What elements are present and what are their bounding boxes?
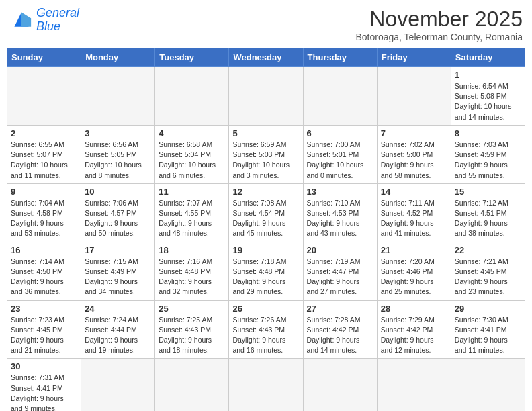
weekday-header-friday: Friday	[377, 48, 451, 67]
week-row-3: 9Sunrise: 7:04 AM Sunset: 4:58 PM Daylig…	[7, 183, 525, 242]
day-number: 1	[455, 70, 521, 80]
calendar-cell: 26Sunrise: 7:26 AM Sunset: 4:43 PM Dayli…	[229, 300, 303, 359]
logo: General Blue	[9, 7, 79, 34]
day-number: 12	[232, 187, 299, 197]
calendar-cell	[81, 359, 155, 411]
day-number: 13	[307, 187, 373, 197]
week-row-5: 23Sunrise: 7:23 AM Sunset: 4:45 PM Dayli…	[7, 300, 525, 359]
day-info: Sunrise: 6:56 AM Sunset: 5:05 PM Dayligh…	[85, 140, 151, 181]
day-info: Sunrise: 7:07 AM Sunset: 4:55 PM Dayligh…	[159, 198, 225, 239]
calendar-cell: 3Sunrise: 6:56 AM Sunset: 5:05 PM Daylig…	[81, 125, 155, 183]
day-number: 15	[455, 187, 521, 197]
calendar-cell	[155, 359, 229, 411]
day-number: 16	[11, 245, 77, 255]
day-info: Sunrise: 7:00 AM Sunset: 5:01 PM Dayligh…	[307, 140, 373, 181]
day-info: Sunrise: 7:02 AM Sunset: 5:00 PM Dayligh…	[381, 140, 447, 181]
calendar-cell: 19Sunrise: 7:18 AM Sunset: 4:48 PM Dayli…	[229, 242, 303, 300]
day-number: 27	[307, 304, 373, 314]
calendar-cell: 6Sunrise: 7:00 AM Sunset: 5:01 PM Daylig…	[303, 125, 377, 183]
weekday-header-monday: Monday	[81, 48, 155, 67]
day-number: 25	[159, 304, 225, 314]
calendar-cell: 8Sunrise: 7:03 AM Sunset: 4:59 PM Daylig…	[451, 125, 525, 183]
day-number: 20	[307, 245, 373, 255]
calendar-cell: 5Sunrise: 6:59 AM Sunset: 5:03 PM Daylig…	[229, 125, 303, 183]
day-number: 29	[455, 304, 521, 314]
calendar-cell: 17Sunrise: 7:15 AM Sunset: 4:49 PM Dayli…	[81, 242, 155, 300]
day-info: Sunrise: 7:30 AM Sunset: 4:41 PM Dayligh…	[455, 315, 521, 356]
calendar-cell	[303, 359, 377, 411]
day-info: Sunrise: 7:18 AM Sunset: 4:48 PM Dayligh…	[232, 257, 299, 298]
day-number: 30	[11, 361, 77, 371]
week-row-1: 1Sunrise: 6:54 AM Sunset: 5:08 PM Daylig…	[7, 67, 525, 126]
day-info: Sunrise: 7:08 AM Sunset: 4:54 PM Dayligh…	[232, 198, 299, 239]
calendar-cell: 20Sunrise: 7:19 AM Sunset: 4:47 PM Dayli…	[303, 242, 377, 300]
calendar-cell: 15Sunrise: 7:12 AM Sunset: 4:51 PM Dayli…	[451, 183, 525, 242]
day-number: 4	[159, 128, 225, 138]
calendar-cell: 11Sunrise: 7:07 AM Sunset: 4:55 PM Dayli…	[155, 183, 229, 242]
day-number: 18	[159, 245, 225, 255]
calendar-cell: 9Sunrise: 7:04 AM Sunset: 4:58 PM Daylig…	[7, 183, 81, 242]
day-number: 28	[381, 304, 447, 314]
location-subtitle: Botoroaga, Teleorman County, Romania	[355, 32, 523, 42]
weekday-header-row: SundayMondayTuesdayWednesdayThursdayFrid…	[7, 48, 525, 67]
calendar-cell: 22Sunrise: 7:21 AM Sunset: 4:45 PM Dayli…	[451, 242, 525, 300]
day-info: Sunrise: 7:11 AM Sunset: 4:52 PM Dayligh…	[381, 198, 447, 239]
logo-text: General Blue	[36, 7, 79, 34]
calendar-cell	[377, 67, 451, 126]
day-number: 6	[307, 128, 373, 138]
calendar-cell: 24Sunrise: 7:24 AM Sunset: 4:44 PM Dayli…	[81, 300, 155, 359]
day-info: Sunrise: 7:20 AM Sunset: 4:46 PM Dayligh…	[381, 257, 447, 298]
weekday-header-tuesday: Tuesday	[155, 48, 229, 67]
day-info: Sunrise: 7:16 AM Sunset: 4:48 PM Dayligh…	[159, 257, 225, 298]
day-number: 22	[455, 245, 521, 255]
calendar-cell: 27Sunrise: 7:28 AM Sunset: 4:42 PM Dayli…	[303, 300, 377, 359]
day-number: 14	[381, 187, 447, 197]
page-header: General Blue November 2025 Botoroaga, Te…	[7, 7, 525, 42]
calendar-cell	[377, 359, 451, 411]
day-number: 23	[11, 304, 77, 314]
logo-line1: General	[36, 6, 79, 19]
calendar-cell: 30Sunrise: 7:31 AM Sunset: 4:41 PM Dayli…	[7, 359, 81, 411]
day-number: 11	[159, 187, 225, 197]
month-title: November 2025	[355, 7, 523, 32]
calendar-cell: 2Sunrise: 6:55 AM Sunset: 5:07 PM Daylig…	[7, 125, 81, 183]
day-number: 9	[11, 187, 77, 197]
calendar-cell: 25Sunrise: 7:25 AM Sunset: 4:43 PM Dayli…	[155, 300, 229, 359]
day-info: Sunrise: 7:14 AM Sunset: 4:50 PM Dayligh…	[11, 257, 77, 298]
day-info: Sunrise: 7:29 AM Sunset: 4:42 PM Dayligh…	[381, 315, 447, 356]
day-number: 7	[381, 128, 447, 138]
calendar-cell	[229, 67, 303, 126]
day-info: Sunrise: 7:31 AM Sunset: 4:41 PM Dayligh…	[11, 373, 77, 411]
calendar-cell	[81, 67, 155, 126]
weekday-header-wednesday: Wednesday	[229, 48, 303, 67]
day-number: 19	[232, 245, 299, 255]
day-info: Sunrise: 7:06 AM Sunset: 4:57 PM Dayligh…	[85, 198, 151, 239]
day-info: Sunrise: 7:25 AM Sunset: 4:43 PM Dayligh…	[159, 315, 225, 356]
weekday-header-saturday: Saturday	[451, 48, 525, 67]
week-row-4: 16Sunrise: 7:14 AM Sunset: 4:50 PM Dayli…	[7, 242, 525, 300]
day-number: 26	[232, 304, 299, 314]
day-number: 24	[85, 304, 151, 314]
day-info: Sunrise: 7:23 AM Sunset: 4:45 PM Dayligh…	[11, 315, 77, 356]
day-info: Sunrise: 7:21 AM Sunset: 4:45 PM Dayligh…	[455, 257, 521, 298]
calendar-cell	[451, 359, 525, 411]
day-info: Sunrise: 6:55 AM Sunset: 5:07 PM Dayligh…	[11, 140, 77, 181]
calendar-cell	[229, 359, 303, 411]
day-number: 3	[85, 128, 151, 138]
calendar-cell: 21Sunrise: 7:20 AM Sunset: 4:46 PM Dayli…	[377, 242, 451, 300]
day-number: 5	[232, 128, 299, 138]
svg-marker-1	[21, 12, 31, 26]
calendar-cell: 14Sunrise: 7:11 AM Sunset: 4:52 PM Dayli…	[377, 183, 451, 242]
day-info: Sunrise: 7:28 AM Sunset: 4:42 PM Dayligh…	[307, 315, 373, 356]
calendar-table: SundayMondayTuesdayWednesdayThursdayFrid…	[7, 48, 525, 411]
day-info: Sunrise: 7:10 AM Sunset: 4:53 PM Dayligh…	[307, 198, 373, 239]
calendar-cell: 4Sunrise: 6:58 AM Sunset: 5:04 PM Daylig…	[155, 125, 229, 183]
weekday-header-thursday: Thursday	[303, 48, 377, 67]
calendar-cell: 10Sunrise: 7:06 AM Sunset: 4:57 PM Dayli…	[81, 183, 155, 242]
calendar-cell: 13Sunrise: 7:10 AM Sunset: 4:53 PM Dayli…	[303, 183, 377, 242]
calendar-cell: 18Sunrise: 7:16 AM Sunset: 4:48 PM Dayli…	[155, 242, 229, 300]
calendar-cell: 28Sunrise: 7:29 AM Sunset: 4:42 PM Dayli…	[377, 300, 451, 359]
calendar-cell: 16Sunrise: 7:14 AM Sunset: 4:50 PM Dayli…	[7, 242, 81, 300]
calendar-cell: 1Sunrise: 6:54 AM Sunset: 5:08 PM Daylig…	[451, 67, 525, 126]
week-row-6: 30Sunrise: 7:31 AM Sunset: 4:41 PM Dayli…	[7, 359, 525, 411]
